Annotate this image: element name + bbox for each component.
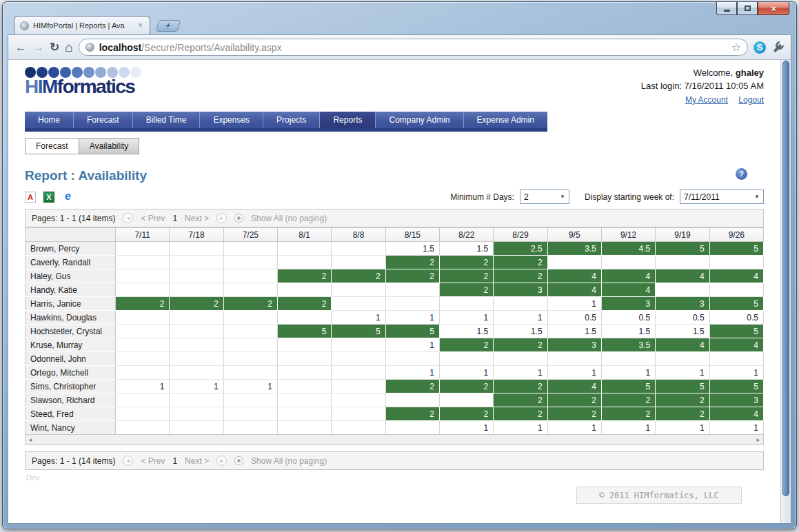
tools-row: A X e Minimum # Days: 2 ▼ Display starti…: [25, 190, 764, 204]
himformatics-logo: HIMformatics: [25, 67, 141, 96]
availability-cell: 1: [332, 311, 385, 325]
availability-cell: [170, 352, 223, 366]
availability-cell: [170, 283, 223, 297]
show-all-label[interactable]: Show All (no paging): [251, 214, 327, 223]
main-nav-wrap: HomeForecastBilled TimeExpensesProjectsR…: [25, 112, 764, 132]
availability-cell: [116, 407, 170, 421]
pager-page-number[interactable]: 1: [172, 214, 177, 223]
pager-next-circle-icon[interactable]: ▸: [216, 456, 227, 466]
logout-link[interactable]: Logout: [738, 95, 764, 105]
url-text[interactable]: localhost/Secure/Reports/Availability.as…: [99, 42, 727, 53]
availability-cell: 1: [601, 366, 655, 380]
availability-cell: 1: [547, 297, 601, 311]
availability-cell: 2: [439, 338, 493, 352]
availability-cell: 1: [656, 421, 709, 435]
export-excel-icon[interactable]: X: [43, 192, 54, 203]
show-all-radio[interactable]: [234, 214, 243, 223]
skype-extension-icon[interactable]: S: [754, 41, 766, 54]
pager-prev-circle-icon[interactable]: ◂: [123, 456, 133, 466]
user-info: Welcome, ghaley Last login: 7/16/2011 10…: [641, 67, 764, 106]
nav-tab-reports[interactable]: Reports: [320, 112, 376, 128]
availability-cell: [656, 256, 709, 269]
export-pdf-icon[interactable]: A: [25, 192, 36, 203]
pager-next-button[interactable]: Next >: [185, 456, 209, 466]
employee-name: Odonnell, John: [26, 352, 116, 366]
export-browser-icon[interactable]: e: [62, 191, 74, 203]
table-row: Steed, Fred2222224: [26, 407, 764, 421]
close-button[interactable]: ×: [758, 2, 789, 15]
forward-icon[interactable]: →: [32, 41, 44, 53]
availability-cell: 1: [547, 366, 601, 380]
column-header: 8/22: [439, 228, 493, 242]
scroll-right-icon[interactable]: ►: [756, 437, 761, 443]
table-row: Wint, Nancy111111: [26, 421, 764, 435]
pager-page-number[interactable]: 1: [172, 456, 177, 466]
availability-cell: [494, 297, 547, 311]
pager-prev-button[interactable]: < Prev: [141, 214, 165, 223]
reload-icon[interactable]: ↻: [50, 41, 59, 53]
min-days-select[interactable]: 2 ▼: [520, 190, 569, 204]
horizontal-scrollbar[interactable]: ◄ ►: [25, 435, 764, 445]
pager-pages-text: Pages: 1 - 1 (14 items): [32, 456, 115, 466]
bookmark-star-icon[interactable]: ☆: [731, 41, 741, 54]
minimize-button[interactable]: [716, 2, 737, 15]
availability-cell: [116, 311, 170, 325]
pager-prev-circle-icon[interactable]: ◂: [123, 213, 133, 223]
availability-cell: 2: [494, 338, 547, 352]
availability-cell: [277, 283, 331, 297]
column-header: 9/26: [709, 228, 763, 242]
availability-cell: 3: [601, 297, 655, 311]
browser-window: HIMfoPortal | Reports | Ava × + × ← → ↻ …: [2, 1, 797, 529]
min-days-value: 2: [524, 192, 529, 202]
maximize-button[interactable]: [737, 2, 758, 15]
availability-cell: [170, 393, 223, 407]
vertical-scrollbar[interactable]: [780, 60, 791, 523]
new-tab-button[interactable]: +: [156, 20, 181, 32]
availability-cell: 2: [385, 269, 439, 283]
show-all-radio[interactable]: [234, 456, 243, 465]
wrench-menu-icon[interactable]: [771, 41, 784, 54]
tab-close-icon[interactable]: ×: [136, 21, 144, 30]
nav-tab-home[interactable]: Home: [25, 112, 74, 128]
nav-tab-company-admin[interactable]: Company Admin: [376, 112, 463, 128]
help-icon[interactable]: ?: [736, 168, 747, 180]
availability-cell: [116, 352, 170, 366]
url-bar[interactable]: localhost/Secure/Reports/Availability.as…: [79, 39, 748, 56]
corner-header: [26, 228, 116, 242]
vertical-scrollbar-thumb[interactable]: [782, 61, 789, 496]
scroll-left-icon[interactable]: ◄: [28, 437, 33, 443]
availability-cell: [170, 311, 223, 325]
availability-cell: 1: [116, 380, 170, 393]
availability-cell: 5: [601, 380, 655, 393]
browser-tab[interactable]: HIMfoPortal | Reports | Ava ×: [14, 16, 150, 34]
employee-name: Brown, Percy: [26, 242, 116, 256]
availability-cell: [277, 352, 331, 366]
nav-tab-projects[interactable]: Projects: [263, 112, 320, 128]
availability-cell: 5: [709, 297, 763, 311]
browser-toolbar: ← → ↻ ⌂ localhost/Secure/Reports/Availab…: [8, 34, 791, 60]
home-icon[interactable]: ⌂: [65, 41, 72, 54]
nav-tab-expenses[interactable]: Expenses: [200, 112, 263, 128]
titlebar[interactable]: HIMfoPortal | Reports | Ava × + ×: [3, 2, 796, 34]
nav-tab-forecast[interactable]: Forecast: [74, 112, 133, 128]
availability-cell: [223, 366, 277, 380]
nav-tab-billed-time[interactable]: Billed Time: [133, 112, 201, 128]
subnav-tab-availability[interactable]: Availability: [79, 138, 139, 154]
sub-nav: ForecastAvailability: [25, 138, 764, 154]
availability-cell: 2: [277, 297, 331, 311]
availability-cell: 2: [547, 393, 601, 407]
nav-tab-expense-admin[interactable]: Expense Admin: [464, 112, 547, 128]
week-select[interactable]: 7/11/2011 ▼: [680, 190, 764, 204]
pager-next-circle-icon[interactable]: ▸: [216, 213, 227, 223]
back-icon[interactable]: ←: [15, 41, 27, 53]
availability-cell: 0.5: [601, 311, 655, 325]
pager-bar: Pages: 1 - 1 (14 items)◂< Prev1Next >▸Sh…: [25, 209, 764, 227]
table-row: Sims, Christopher1112224555: [26, 380, 764, 393]
availability-cell: [116, 393, 170, 407]
availability-cell: [709, 352, 763, 366]
pager-prev-button[interactable]: < Prev: [141, 456, 165, 466]
pager-next-button[interactable]: Next >: [185, 214, 209, 223]
subnav-tab-forecast[interactable]: Forecast: [25, 138, 79, 154]
my-account-link[interactable]: My Account: [685, 95, 728, 105]
show-all-label[interactable]: Show All (no paging): [251, 456, 327, 466]
